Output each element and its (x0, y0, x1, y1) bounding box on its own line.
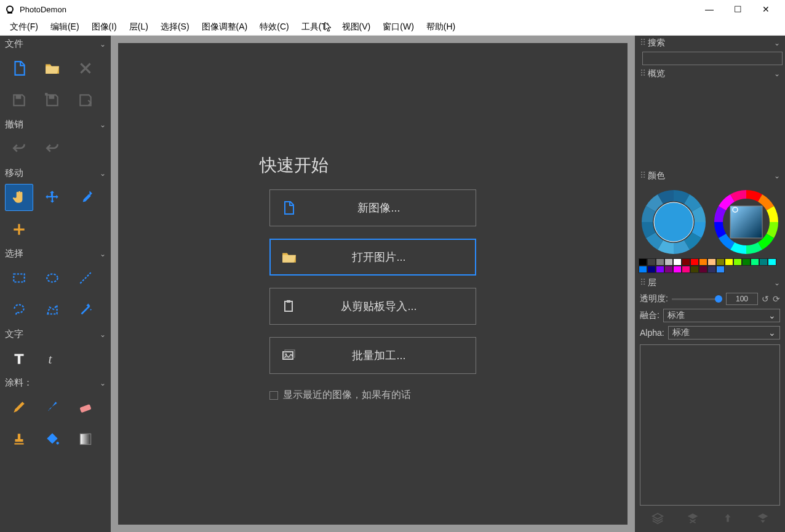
pencil-tool[interactable] (5, 394, 33, 421)
chevron-down-icon: ⌄ (774, 279, 780, 287)
eraser-tool[interactable] (71, 394, 100, 421)
layer-panel-header[interactable]: ⠿层 ⌄ (635, 276, 785, 290)
stamp-tool[interactable] (5, 426, 33, 453)
svg-point-10 (57, 442, 59, 444)
menu-select[interactable]: 选择(S) (154, 20, 196, 34)
chevron-down-icon: ⌄ (774, 172, 780, 180)
svg-rect-12 (285, 301, 292, 311)
app-title: PhotoDemon (20, 5, 66, 14)
save-copy-button[interactable] (38, 87, 66, 114)
svg-rect-13 (287, 300, 290, 303)
menubar: 文件(F) 编辑(E) 图像(I) 层(L) 选择(S) 图像调整(A) 特效(… (0, 18, 785, 36)
line-select-tool[interactable] (71, 264, 100, 292)
search-input[interactable] (642, 52, 783, 65)
toolbox-file-header[interactable]: 文件⌄ (0, 36, 111, 52)
quickstart-from-clipboard[interactable]: 从剪贴板导入... (269, 288, 476, 325)
open-file-button[interactable] (38, 55, 66, 82)
save-as-button[interactable] (71, 87, 100, 114)
search-panel-header[interactable]: ⠿搜索 ⌄ (635, 36, 785, 50)
chevron-down-icon: ⌄ (100, 330, 106, 339)
minimize-button[interactable]: — (695, 4, 723, 14)
images-icon (270, 348, 307, 363)
lasso-tool[interactable] (5, 296, 33, 324)
svg-rect-11 (80, 434, 90, 444)
svg-rect-9 (14, 443, 23, 445)
layers-list[interactable] (640, 344, 780, 506)
menu-file[interactable]: 文件(F) (4, 20, 44, 34)
chevron-down-icon: ⌄ (774, 69, 780, 78)
menu-help[interactable]: 帮助(H) (420, 20, 461, 34)
chevron-down-icon: ⌄ (768, 311, 776, 320)
right-panel: ⠿搜索 ⌄ ⠿概览 ⌄ ⠿颜色 ⌄ (635, 36, 785, 532)
text-italic-tool[interactable]: t (38, 345, 66, 372)
hand-tool[interactable] (5, 184, 33, 211)
svg-rect-4 (45, 93, 47, 95)
quickstart-open-image[interactable]: 打开图片... (269, 239, 476, 276)
cycle-icon[interactable]: ⟳ (773, 294, 780, 304)
fill-tool[interactable] (38, 426, 66, 453)
canvas-area: 快速开始 新图像... 打开图片... 从剪贴板导入... 批量加工... 显示… (111, 36, 635, 532)
chevron-down-icon: ⌄ (768, 328, 776, 338)
svg-rect-3 (49, 95, 55, 99)
layer-down-icon[interactable] (756, 512, 770, 527)
menu-tools[interactable]: 工具(T) (295, 20, 336, 34)
polygon-select-tool[interactable] (38, 296, 66, 324)
menu-layer[interactable]: 层(L) (123, 20, 154, 34)
titlebar: PhotoDemon — ☐ ✕ (0, 0, 785, 18)
menu-effects[interactable]: 特效(C) (253, 20, 295, 34)
menu-adjust[interactable]: 图像调整(A) (196, 20, 254, 34)
toolbox-move-header[interactable]: 移动⌄ (0, 165, 111, 181)
reset-icon[interactable]: ↺ (762, 294, 769, 304)
menu-view[interactable]: 视图(V) (336, 20, 377, 34)
save-button[interactable] (5, 87, 33, 114)
menu-window[interactable]: 窗口(W) (377, 20, 420, 34)
alpha-combo[interactable]: 标准⌄ (668, 326, 780, 339)
chevron-down-icon: ⌄ (774, 39, 780, 47)
close-file-button[interactable] (71, 55, 100, 82)
brush-tool[interactable] (38, 394, 66, 421)
svg-rect-1 (7, 12, 12, 14)
gradient-tool[interactable] (71, 426, 100, 453)
rect-select-tool[interactable] (5, 264, 33, 292)
undo-button[interactable] (5, 135, 33, 162)
quickstart-new-image[interactable]: 新图像... (269, 189, 476, 226)
close-button[interactable]: ✕ (752, 4, 780, 14)
move-tool[interactable] (38, 184, 66, 211)
color-wheel-left[interactable] (640, 188, 707, 256)
menu-edit[interactable]: 编辑(E) (44, 20, 86, 34)
toolbox: 文件⌄ 撤销⌄ 移动⌄ 选择⌄ (0, 36, 111, 532)
color-panel-header[interactable]: ⠿颜色 ⌄ (635, 169, 785, 183)
app-icon (5, 4, 15, 14)
toolbox-text-header[interactable]: 文字⌄ (0, 326, 111, 343)
layer-up-icon[interactable] (721, 512, 735, 527)
toolbox-paint-header[interactable]: 涂料：⌄ (0, 375, 111, 391)
toolbox-undo-header[interactable]: 撤销⌄ (0, 116, 111, 133)
quickstart-show-recent-checkbox[interactable]: 显示最近的图像，如果有的话 (269, 389, 476, 402)
text-tool[interactable] (5, 345, 33, 372)
redo-button[interactable] (38, 135, 66, 162)
svg-rect-2 (16, 95, 22, 99)
svg-point-0 (7, 6, 13, 12)
maximize-button[interactable]: ☐ (723, 4, 752, 14)
delete-layer-icon[interactable] (686, 512, 699, 527)
alpha-label: Alpha: (640, 328, 664, 338)
preview-panel-header[interactable]: ⠿概览 ⌄ (635, 66, 785, 81)
svg-rect-20 (730, 206, 762, 238)
opacity-slider[interactable] (672, 298, 722, 300)
toolbox-select-header[interactable]: 选择⌄ (0, 245, 111, 262)
ellipse-select-tool[interactable] (38, 264, 66, 292)
svg-point-6 (47, 274, 57, 282)
new-file-button[interactable] (5, 55, 33, 82)
opacity-input[interactable] (726, 293, 758, 305)
crop-tool[interactable] (5, 216, 33, 243)
magic-wand-tool[interactable] (71, 296, 100, 324)
add-layer-icon[interactable] (651, 512, 664, 527)
quickstart-batch[interactable]: 批量加工... (269, 337, 476, 374)
color-swatches[interactable] (635, 258, 785, 276)
color-wheel-right[interactable] (712, 188, 780, 256)
eyedropper-tool[interactable] (71, 184, 100, 211)
chevron-down-icon: ⌄ (100, 121, 106, 129)
blend-combo[interactable]: 标准⌄ (663, 309, 780, 322)
clipboard-icon (270, 299, 307, 314)
menu-image[interactable]: 图像(I) (86, 20, 123, 34)
